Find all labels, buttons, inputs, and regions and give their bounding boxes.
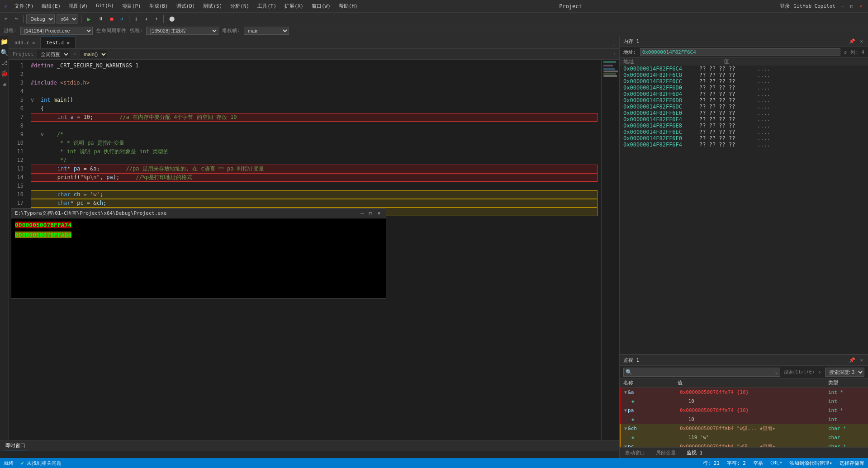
menu-extensions[interactable]: 扩展(X) <box>281 1 307 11</box>
source-control-action[interactable]: 添加到源代码管理▾ <box>789 460 832 467</box>
toolbar-redo[interactable]: ↪ <box>12 15 21 23</box>
project-label: Project <box>13 51 33 57</box>
menu-view[interactable]: 视图(W) <box>65 1 91 11</box>
scope-select[interactable]: 全局范围 <box>37 50 70 58</box>
stack-select[interactable]: main <box>244 27 289 35</box>
expand-and-ch[interactable]: ▼ <box>624 426 627 431</box>
expand-pa[interactable]: ▼ <box>624 408 627 413</box>
add-btn[interactable]: + <box>612 51 616 57</box>
refresh-icon[interactable]: ↺ <box>844 49 847 55</box>
memory-row-7: 0x00000014F82FF6E0 ?? ?? ?? ?? .... <box>620 110 868 116</box>
step-into[interactable]: ↓ <box>142 15 151 23</box>
pause-button[interactable]: ⏸ <box>95 15 106 23</box>
process-select[interactable]: [141264] Project.exe <box>20 27 93 35</box>
memory-address-bar: 地址: ↺ 列: 4 <box>620 47 868 58</box>
toolbar-undo[interactable]: ↩ <box>2 15 10 23</box>
code-line-14: printf("%p\n", pa); //%p是打印地址的格式 <box>31 173 598 182</box>
col-value-header: 值 <box>678 379 828 386</box>
code-line-6: { <box>31 104 598 113</box>
menu-project[interactable]: 项目(P) <box>119 1 145 11</box>
thread-label: 线程: <box>130 27 143 34</box>
memory-close-button[interactable]: ✕ <box>859 38 864 44</box>
console-maximize[interactable]: □ <box>367 210 374 216</box>
breakpoint-btn[interactable]: ⬤ <box>166 15 177 23</box>
tab-auto[interactable]: 自动窗口 <box>623 449 647 457</box>
expand-pc[interactable]: ▼ <box>624 444 627 448</box>
watch-pin-button[interactable]: 📌 <box>848 357 857 363</box>
git-icon[interactable]: ⎇ <box>1 60 8 66</box>
continue-button[interactable]: ▶ <box>84 14 93 24</box>
menu-help[interactable]: 帮助(H) <box>335 1 361 11</box>
watch-row-and-a[interactable]: ▼ &a 0x00000050078ffa74 {10} int * <box>620 388 868 397</box>
console-cursor-line: _ <box>15 240 382 250</box>
status-line: 行: 21 <box>703 460 720 467</box>
watch-row-and-ch[interactable]: ▼ &ch 0x00000050078ffab4 "w汲... ◈查看▸ cha… <box>620 424 868 433</box>
tab-close-addc[interactable]: ✕ <box>32 40 35 45</box>
tab-addc[interactable]: add.c ✕ <box>9 37 41 48</box>
watch-icon-a: ◈ <box>631 398 635 404</box>
watch-search-input[interactable] <box>634 369 773 375</box>
stop-button[interactable]: ■ <box>108 15 116 23</box>
status-state: 就绪 <box>4 460 14 467</box>
watch-bottom-tabs: 自动窗口 局部变量 监视 1 <box>620 447 868 458</box>
watch-row-pa[interactable]: ▼ pa 0x00000050078ffa74 {10} int * <box>620 406 868 415</box>
search-sidebar-icon[interactable]: 🔍 <box>0 49 8 56</box>
user-login[interactable]: 登录 <box>780 3 790 9</box>
watch-search-box: 🔍 ⌄ <box>623 368 780 377</box>
watch-header: 名称 值 类型 <box>620 378 868 388</box>
watch-row-and-ch-val: ◈ 119 'w' char <box>620 433 868 442</box>
copilot-label[interactable]: GitHub Copilot <box>793 3 835 9</box>
watch-row-pc[interactable]: ▼ pc 0x00000050078ffab4 "w汲... ◈查看▸ char… <box>620 442 868 447</box>
console-minimize[interactable]: ─ <box>359 210 365 216</box>
memory-row-10: 0x00000014F82FF6EC ?? ?? ?? ?? .... <box>620 129 868 135</box>
expand-and-a[interactable]: ▼ <box>624 390 627 395</box>
platform-select[interactable]: x64 <box>57 14 78 24</box>
add-tab-button[interactable]: + <box>609 42 619 48</box>
minimize-button[interactable]: ─ <box>839 3 846 10</box>
close-button[interactable]: ✕ <box>857 3 864 10</box>
left-sidebar: 📁 🔍 ⎇ 🐞 ⊞ <box>0 36 9 458</box>
config-select[interactable]: Debug <box>26 14 55 24</box>
thread-select[interactable]: [135028] 主线程 <box>146 27 218 35</box>
function-select[interactable]: main() <box>80 50 107 58</box>
arrow-icon: › <box>818 369 821 375</box>
menu-file[interactable]: 文件(F) <box>11 1 37 11</box>
repo-action[interactable]: 选择存储库 <box>840 460 864 467</box>
address-input[interactable] <box>640 48 840 56</box>
memory-panel-controls: 📌 ✕ <box>848 38 864 44</box>
tab-locals[interactable]: 局部变量 <box>654 449 678 457</box>
memory-pin-button[interactable]: 📌 <box>848 38 857 44</box>
debug-sidebar-icon[interactable]: 🐞 <box>0 70 8 77</box>
maximize-button[interactable]: □ <box>848 3 855 10</box>
menu-debug[interactable]: 调试(D) <box>173 1 199 11</box>
immediate-tab[interactable]: 即时窗口 <box>4 441 27 450</box>
menu-edit[interactable]: 编辑(E) <box>38 1 64 11</box>
tab-testc[interactable]: test.c ✕ <box>41 37 76 48</box>
step-over[interactable]: ⤵ <box>132 15 140 23</box>
menu-build[interactable]: 生成(B) <box>146 1 172 11</box>
tab-close-testc[interactable]: ✕ <box>67 40 70 45</box>
menu-window[interactable]: 窗口(W) <box>308 1 334 11</box>
menu-test[interactable]: 测试(S) <box>199 1 226 11</box>
code-line-5: v int main() <box>31 96 598 104</box>
tab-watch1[interactable]: 监视 1 <box>685 449 704 457</box>
extensions-icon[interactable]: ⊞ <box>2 80 6 88</box>
toolbar-sep-1 <box>23 15 24 23</box>
menu-git[interactable]: Git(G) <box>92 1 118 11</box>
memory-row-3: 0x00000014F82FF6D0 ?? ?? ?? ?? .... <box>620 85 868 91</box>
debug-bar: 进程: [141264] Project.exe 生命周期事件 线程: [135… <box>0 25 868 36</box>
watch-panel-titlebar: 监视 1 📌 ✕ <box>620 355 868 366</box>
menu-analyze[interactable]: 分析(N) <box>227 1 253 11</box>
watch-close-button[interactable]: ✕ <box>859 357 864 363</box>
step-out[interactable]: ↑ <box>152 15 161 23</box>
tab-label-testc: test.c <box>46 40 64 46</box>
code-line-4 <box>31 87 598 96</box>
code-line-1: #define _CRT_SECURE_NO_WARNINGS 1 <box>31 61 598 70</box>
explorer-icon[interactable]: 📁 <box>0 38 8 45</box>
restart-button[interactable]: ↺ <box>118 15 126 23</box>
console-close[interactable]: ✕ <box>375 210 382 216</box>
memory-row-6: 0x00000014F82FF6DC ?? ?? ?? ?? .... <box>620 104 868 110</box>
watch-panel: 监视 1 📌 ✕ 🔍 ⌄ 搜索(Ctrl+E) › 搜索深度: 3 <box>620 354 868 458</box>
depth-select[interactable]: 搜索深度: 3 <box>825 368 864 377</box>
menu-tools[interactable]: 工具(T) <box>254 1 280 11</box>
